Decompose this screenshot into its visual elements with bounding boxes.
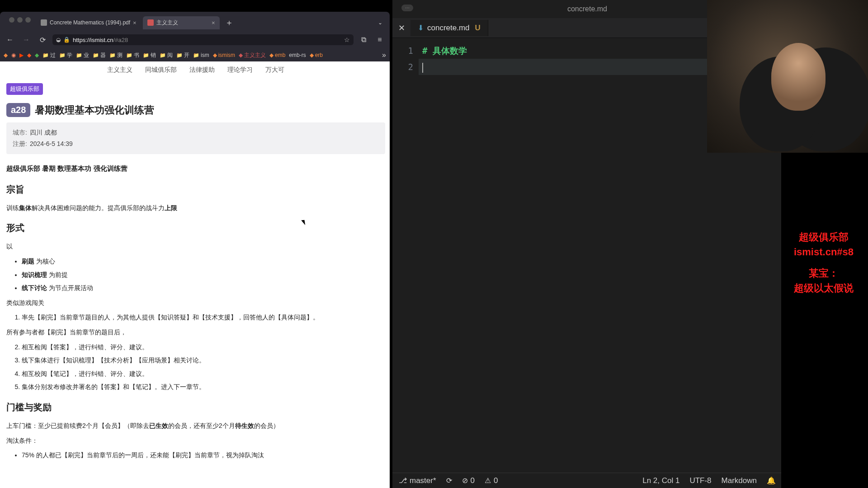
status-bell[interactable]: 🔔 (767, 476, 776, 485)
status-errors[interactable]: ⊘0 (462, 476, 475, 485)
list-item: 相互检阅【答案】，进行纠错、评分、建议。 (22, 341, 385, 353)
club-badge[interactable]: 超级俱乐部 (6, 83, 43, 95)
list-item: 集体分别发布修改并署名的【答案】和【笔记】。进入下一章节。 (22, 381, 385, 393)
heading-threshold: 门槛与奖励 (6, 401, 385, 413)
tab-title: Concrete Mathematics (1994).pdf (50, 19, 130, 26)
markdown-file-icon: ⬇ (418, 23, 424, 32)
close-icon[interactable]: × (212, 19, 215, 26)
bookmark-folder[interactable]: 过 (42, 52, 56, 59)
page-content[interactable]: 主义主义 同城俱乐部 法律援助 理论学习 万大可 超级俱乐部 a28 暑期数理基… (0, 61, 390, 488)
bookmark-folder[interactable]: 开 (176, 52, 189, 59)
article-code-badge: a28 (6, 103, 30, 117)
bookmark-item[interactable]: ◆ (35, 52, 39, 58)
url-text: https://ismist.cn/#a28 (73, 37, 341, 43)
status-bar: ⎇master* ⟳ ⊘0 ⚠0 Ln 2, Col 1 UTF-8 Markd… (392, 473, 782, 488)
bookmark-item[interactable]: ◆ (4, 52, 8, 58)
site-nav-link[interactable]: 主义主义 (107, 66, 132, 74)
elim-list: 75% 的人都已【刷完】当前章节后的一周后，还未能【刷完】当前章节，视为掉队淘汰 (6, 449, 385, 461)
tab-modified-badge: U (475, 23, 481, 33)
bookmarks-toolbar: ◆ ◉ ▶ ◆ ◆ 过 学 业 器 测 书 销 阅 开 ism ◆ ismism… (0, 49, 390, 61)
site-nav-link[interactable]: 同城俱乐部 (145, 66, 177, 74)
threshold-text: 上车门槛：至少已提前续费2个月【会员】（即除去已生效的会员，还有至少2个月待生效… (6, 420, 385, 432)
tab-ismist[interactable]: 主义主义 × (143, 16, 220, 29)
browser-tab-bar: Concrete Mathematics (1994).pdf × 主义主义 ×… (0, 12, 390, 31)
meta-city-label: 城市: (13, 129, 27, 136)
list-item: 率先【刷完】当前章节题目的人，为其他人提供【知识答疑】和【技术支援】，回答他人的… (22, 311, 385, 324)
article-subtitle: 超级俱乐部 暑期 数理基本功 强化训练营 (6, 162, 385, 175)
bookmark-folder[interactable]: 书 (126, 52, 139, 59)
window-traffic-lights (9, 17, 31, 23)
status-sync[interactable]: ⟳ (446, 476, 452, 485)
bookmark-folder[interactable]: 阅 (160, 52, 173, 59)
window-title: concrete.md (567, 5, 607, 13)
tab-title: 主义主义 (156, 19, 178, 27)
error-icon: ⊘ (462, 476, 468, 485)
extensions-button[interactable]: ⧉ (357, 33, 370, 46)
status-warnings[interactable]: ⚠0 (485, 476, 498, 485)
tab-filename: concrete.md (427, 23, 470, 33)
bookmark-item[interactable]: ◆ emb (269, 52, 285, 58)
bookmark-folder[interactable]: ism (193, 52, 209, 58)
back-button[interactable]: ← (4, 33, 16, 46)
titlebar-pill: ⋯ (401, 5, 413, 11)
bookmark-star-icon[interactable]: ☆ (344, 36, 350, 43)
bookmark-item[interactable]: ◆ erb (310, 52, 323, 58)
site-nav: 主义主义 同城俱乐部 法律援助 理论学习 万大可 (6, 64, 385, 80)
close-tab-button[interactable]: ✕ (392, 23, 410, 33)
status-language[interactable]: Markdown (722, 476, 757, 485)
line-number: 2 (392, 59, 413, 75)
webcam-overlay (707, 0, 868, 153)
reload-button[interactable]: ⟳ (36, 33, 49, 46)
tab-overflow-button[interactable]: ⌄ (374, 18, 386, 28)
bookmark-item[interactable]: emb-rs (289, 52, 306, 58)
pdf-icon (41, 19, 47, 26)
list-item: 75% 的人都已【刷完】当前章节后的一周后，还未能【刷完】当前章节，视为掉队淘汰 (22, 449, 385, 461)
address-bar[interactable]: ◒ 🔒 https://ismist.cn/#a28 ☆ (52, 34, 354, 45)
article-title: 暑期数理基本功强化训练营 (35, 103, 154, 117)
meta-reg-value: 2024-6-5 14:39 (30, 140, 73, 147)
meta-city-value: 四川 成都 (30, 129, 57, 136)
site-nav-link[interactable]: 理论学习 (227, 66, 253, 74)
bookmark-folder[interactable]: 学 (59, 52, 72, 59)
editor-tab[interactable]: ⬇ concrete.md U (410, 20, 488, 36)
bookmark-item[interactable]: ▶ (19, 52, 24, 58)
bookmark-folder[interactable]: 测 (109, 52, 123, 59)
meta-reg-label: 注册: (13, 140, 27, 147)
bookmark-item[interactable]: ◆ ismism (213, 52, 235, 58)
heading-form: 形式 (6, 222, 385, 234)
list-item: 相互校阅【笔记】，进行纠错、评分、建议。 (22, 368, 385, 380)
bookmark-item[interactable]: ◆ (27, 52, 31, 58)
warning-icon: ⚠ (485, 476, 491, 485)
site-nav-link[interactable]: 法律援助 (189, 66, 215, 74)
status-cursor-pos[interactable]: Ln 2, Col 1 (642, 476, 679, 485)
status-encoding[interactable]: UTF-8 (689, 476, 711, 485)
bookmark-folder[interactable]: 器 (93, 52, 106, 59)
bookmark-folder[interactable]: 业 (76, 52, 89, 59)
tab-pdf[interactable]: Concrete Mathematics (1994).pdf × (36, 17, 141, 29)
caption-line: 某宝： 超级以太假说 (781, 266, 866, 296)
form-between: 所有参与者都【刷完】当前章节的题目后， (6, 326, 385, 338)
bookmark-item[interactable]: ◆ 主义主义 (239, 52, 266, 59)
list-item: 线下集体进行【知识梳理】【技术分析】【应用场景】相关讨论。 (22, 354, 385, 366)
line-number: 1 (392, 42, 413, 59)
bookmark-folder[interactable]: 销 (143, 52, 156, 59)
form-intro: 以 (6, 240, 385, 253)
stream-caption-bar: 超级俱乐部 ismist.cn#s8 某宝： 超级以太假说 (781, 153, 868, 488)
new-tab-button[interactable]: ＋ (222, 15, 237, 30)
bookmarks-overflow-button[interactable]: » (382, 51, 386, 59)
line-gutter: 1 2 (392, 38, 419, 473)
forward-button[interactable]: → (20, 33, 33, 46)
sync-icon: ⟳ (446, 476, 452, 485)
git-branch-icon: ⎇ (399, 476, 407, 485)
list-item: 线下讨论 为节点开展活动 (22, 282, 385, 294)
form-ordered-list-1: 率先【刷完】当前章节题目的人，为其他人提供【知识答疑】和【技术支援】，回答他人的… (6, 311, 385, 324)
status-branch[interactable]: ⎇master* (399, 476, 436, 485)
site-nav-link[interactable]: 万大可 (265, 66, 284, 74)
list-item: 知识梳理 为前提 (22, 269, 385, 281)
hamburger-menu-button[interactable]: ≡ (373, 33, 386, 46)
elim-label: 淘汰条件： (6, 435, 385, 447)
close-icon[interactable]: × (133, 19, 137, 26)
article-meta: 城市:四川 成都 注册:2024-6-5 14:39 (6, 122, 385, 154)
shield-icon: ◒ (56, 37, 61, 43)
bookmark-item[interactable]: ◉ (11, 52, 16, 58)
